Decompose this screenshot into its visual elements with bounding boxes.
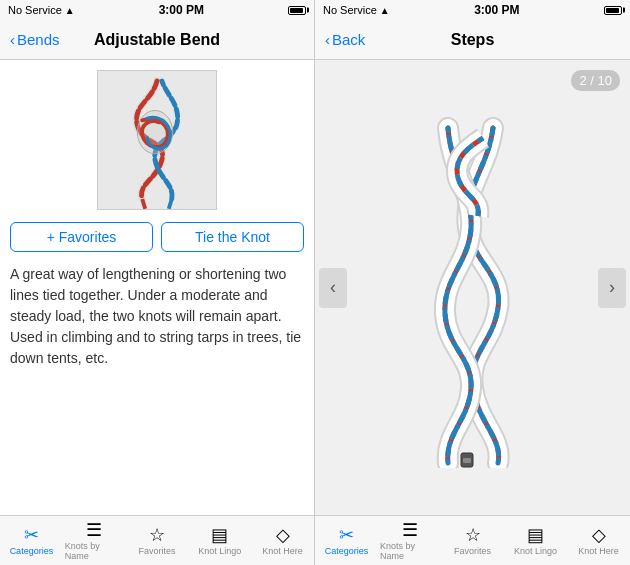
favorites-tab-label: Favorites xyxy=(138,546,175,556)
right-categories-icon: ✂ xyxy=(339,526,354,544)
right-time: 3:00 PM xyxy=(474,3,519,17)
knot-illustration-left xyxy=(98,71,216,209)
left-wifi-icon: ▲ xyxy=(65,5,75,16)
right-tab-bar: ✂ Categories ☰ Knots by Name ☆ Favorites… xyxy=(315,515,630,565)
categories-icon: ✂ xyxy=(24,526,39,544)
right-panel: No Service ▲ 3:00 PM ‹ Back Steps 2 / 10… xyxy=(315,0,630,565)
left-knot-image xyxy=(97,70,217,210)
knot-description: A great way of lengthening or shortening… xyxy=(10,264,304,369)
right-favorites-icon: ☆ xyxy=(465,526,481,544)
left-battery-icon xyxy=(288,6,306,15)
left-knot-image-container xyxy=(10,70,304,210)
knot-lingo-icon: ▤ xyxy=(211,526,228,544)
knot-step-illustration xyxy=(373,108,573,468)
svg-rect-6 xyxy=(463,458,471,463)
left-panel: No Service ▲ 3:00 PM ‹ Bends Adjustable … xyxy=(0,0,315,565)
right-battery-icon xyxy=(604,6,622,15)
knots-by-name-label: Knots by Name xyxy=(65,541,124,561)
right-knot-lingo-label: Knot Lingo xyxy=(514,546,557,556)
knot-here-label: Knot Here xyxy=(262,546,303,556)
right-knot-here-label: Knot Here xyxy=(578,546,619,556)
next-step-button[interactable]: › xyxy=(598,268,626,308)
left-tab-favorites[interactable]: ☆ Favorites xyxy=(126,516,189,565)
steps-content-area: 2 / 10 ‹ xyxy=(315,60,630,515)
right-battery-area xyxy=(604,6,622,15)
right-tab-knot-here[interactable]: ◇ Knot Here xyxy=(567,516,630,565)
right-knot-here-icon: ◇ xyxy=(592,526,606,544)
right-signal: No Service ▲ xyxy=(323,4,390,16)
right-categories-label: Categories xyxy=(325,546,369,556)
left-nav-bar: ‹ Bends Adjustable Bend xyxy=(0,20,314,60)
right-wifi-icon: ▲ xyxy=(380,5,390,16)
left-status-bar: No Service ▲ 3:00 PM xyxy=(0,0,314,20)
favorites-icon: ☆ xyxy=(149,526,165,544)
right-knots-by-name-icon: ☰ xyxy=(402,521,418,539)
left-nav-title: Adjustable Bend xyxy=(70,31,244,49)
tie-knot-button[interactable]: Tie the Knot xyxy=(161,222,304,252)
left-time: 3:00 PM xyxy=(159,3,204,17)
right-knots-by-name-label: Knots by Name xyxy=(380,541,439,561)
left-battery-area xyxy=(288,6,306,15)
right-knot-lingo-icon: ▤ xyxy=(527,526,544,544)
knots-by-name-icon: ☰ xyxy=(86,521,102,539)
right-nav-title: Steps xyxy=(385,31,560,49)
left-tab-bar: ✂ Categories ☰ Knots by Name ☆ Favorites… xyxy=(0,515,314,565)
left-back-button[interactable]: ‹ Bends xyxy=(10,31,70,48)
right-tab-favorites[interactable]: ☆ Favorites xyxy=(441,516,504,565)
knot-lingo-label: Knot Lingo xyxy=(198,546,241,556)
left-back-label: Bends xyxy=(17,31,60,48)
left-tab-knots-by-name[interactable]: ☰ Knots by Name xyxy=(63,516,126,565)
right-tab-categories[interactable]: ✂ Categories xyxy=(315,516,378,565)
right-knot-image xyxy=(373,108,573,468)
right-back-label: Back xyxy=(332,31,365,48)
favorites-button[interactable]: + Favorites xyxy=(10,222,153,252)
right-tab-knots-by-name[interactable]: ☰ Knots by Name xyxy=(378,516,441,565)
right-signal-text: No Service xyxy=(323,4,377,16)
left-tab-knot-here[interactable]: ◇ Knot Here xyxy=(251,516,314,565)
left-signal-text: No Service xyxy=(8,4,62,16)
left-tab-knot-lingo[interactable]: ▤ Knot Lingo xyxy=(188,516,251,565)
knot-here-icon: ◇ xyxy=(276,526,290,544)
prev-step-button[interactable]: ‹ xyxy=(319,268,347,308)
left-content: + Favorites Tie the Knot A great way of … xyxy=(0,60,314,515)
right-nav-bar: ‹ Back Steps xyxy=(315,20,630,60)
action-buttons-row: + Favorites Tie the Knot xyxy=(10,222,304,252)
left-signal: No Service ▲ xyxy=(8,4,75,16)
step-counter: 2 / 10 xyxy=(571,70,620,91)
right-status-bar: No Service ▲ 3:00 PM xyxy=(315,0,630,20)
left-chevron-icon: ‹ xyxy=(10,31,15,48)
right-chevron-icon: ‹ xyxy=(325,31,330,48)
right-back-button[interactable]: ‹ Back xyxy=(325,31,385,48)
right-tab-knot-lingo[interactable]: ▤ Knot Lingo xyxy=(504,516,567,565)
right-favorites-tab-label: Favorites xyxy=(454,546,491,556)
left-tab-categories[interactable]: ✂ Categories xyxy=(0,516,63,565)
categories-label: Categories xyxy=(10,546,54,556)
